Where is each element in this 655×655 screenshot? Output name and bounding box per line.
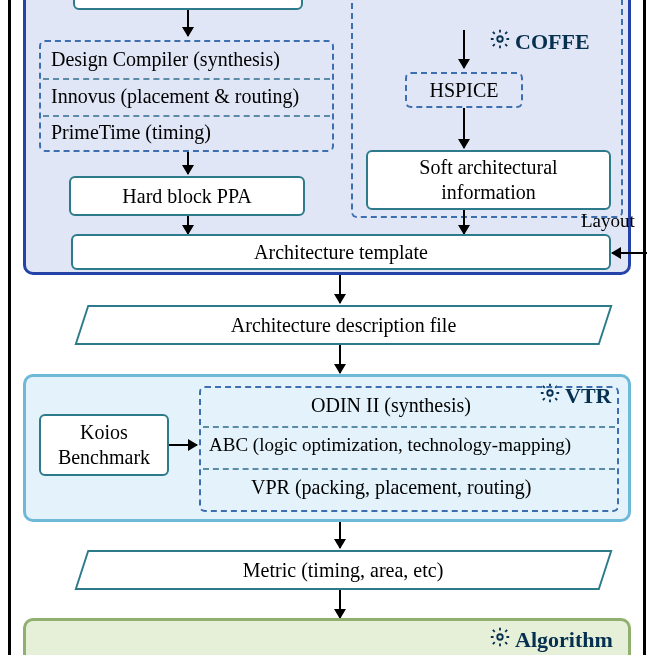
algorithm-section-label: Algorithm (489, 626, 613, 654)
arch-template-label: Architecture template (254, 241, 428, 264)
dash1 (43, 78, 330, 80)
arrow-hspice-to-soft (463, 108, 465, 148)
coffe-label-text: COFFE (515, 29, 590, 55)
koios-line1: Koios (58, 420, 150, 445)
diagram-root: Hard block HDL Design Compiler (synthesi… (8, 0, 646, 655)
dash-vtr2 (203, 468, 615, 470)
arrow-ppa-to-template (187, 216, 189, 234)
metric-box: Metric (timing, area, etc) (75, 550, 613, 590)
arrow-koios (169, 444, 197, 446)
innovus-label: Innovus (placement & routing) (51, 85, 299, 108)
arrow-soft-to-template (463, 210, 465, 234)
dash-vtr1 (203, 426, 615, 428)
svg-point-2 (497, 634, 503, 640)
arrow-eda-to-ppa (187, 152, 189, 174)
arrow-layout (612, 252, 647, 254)
design-compiler-label: Design Compiler (synthesis) (51, 48, 280, 71)
abc-label: ABC (logic optimization, technology-mapp… (209, 434, 571, 456)
hard-block-ppa-box: Hard block PPA (69, 176, 305, 216)
koios-line2: Benchmark (58, 445, 150, 470)
dash2 (43, 115, 330, 117)
hard-block-ppa-label: Hard block PPA (122, 185, 251, 208)
arrow-to-hspice (463, 30, 465, 68)
svg-point-0 (497, 36, 503, 42)
coffe-section-label: COFFE (489, 28, 590, 56)
gear-icon (489, 28, 511, 56)
layout-label: Layout (581, 210, 635, 232)
vpr-label: VPR (packing, placement, routing) (251, 476, 532, 499)
hard-block-hdl-label: Hard block HDL (120, 0, 256, 2)
arrow-hdl-to-syn (187, 10, 189, 36)
soft-arch-lines: Soft architectural information (419, 155, 557, 205)
arrow-vtr-to-metric (339, 522, 341, 548)
soft-arch-line2: information (419, 180, 557, 205)
arch-desc-file-label: Architecture description file (231, 314, 456, 337)
hspice-label: HSPICE (430, 79, 499, 102)
koios-lines: Koios Benchmark (58, 420, 150, 470)
primetime-label: PrimeTime (timing) (51, 121, 211, 144)
koios-box: Koios Benchmark (39, 414, 169, 476)
arrow-metric-down (339, 590, 341, 618)
arch-template-box: Architecture template (71, 234, 611, 270)
arrow-template-to-file (339, 275, 341, 303)
algorithm-label-text: Algorithm (515, 627, 613, 653)
arch-desc-file-box: Architecture description file (75, 305, 613, 345)
hspice-box: HSPICE (405, 72, 523, 108)
soft-arch-line1: Soft architectural (419, 155, 557, 180)
gear-icon-algo (489, 626, 511, 654)
arrow-file-to-vtr (339, 345, 341, 373)
soft-arch-box: Soft architectural information (366, 150, 611, 210)
metric-label: Metric (timing, area, etc) (243, 559, 443, 582)
hard-block-hdl-box: Hard block HDL (73, 0, 303, 10)
odin-label: ODIN II (synthesis) (311, 394, 471, 417)
